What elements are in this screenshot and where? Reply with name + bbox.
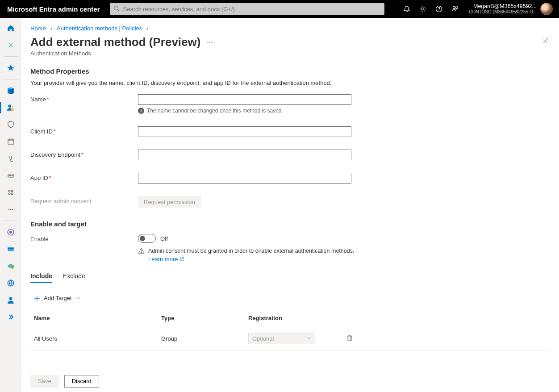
- feedback-icon[interactable]: [447, 0, 463, 18]
- rail-governance[interactable]: [0, 133, 21, 150]
- external-link-icon: [179, 257, 184, 262]
- main-content: Home › Authentication methods | Policies…: [21, 18, 559, 392]
- svg-point-18: [10, 209, 11, 210]
- svg-point-2: [422, 8, 424, 10]
- top-bar: Microsoft Entra admin center MeganB@M365…: [0, 0, 559, 18]
- target-tabs: Include Exclude: [30, 272, 548, 283]
- delete-row-button[interactable]: [346, 336, 353, 343]
- footer-bar: Save Discard: [21, 370, 559, 392]
- app-id-label: App ID*: [30, 173, 138, 181]
- targets-table: Name Type Registration All Users Group O…: [30, 310, 548, 351]
- search-box[interactable]: [110, 3, 384, 15]
- discovery-input[interactable]: [138, 150, 351, 160]
- rail-favorites[interactable]: [0, 59, 21, 76]
- client-id-label: Client ID*: [30, 126, 138, 135]
- rail-identity[interactable]: [0, 82, 21, 99]
- account-menu[interactable]: MeganB@M365x49592... CONTOSO (M365X49592…: [463, 3, 555, 15]
- svg-point-12: [12, 175, 13, 176]
- trash-icon: [346, 334, 353, 342]
- title-more-icon[interactable]: ···: [206, 38, 213, 46]
- rail-protection[interactable]: [0, 116, 21, 133]
- svg-point-16: [11, 193, 13, 195]
- account-user: MeganB@M365x49592...: [469, 3, 537, 9]
- notifications-icon[interactable]: [399, 0, 414, 18]
- account-tenant: CONTOSO (M365X49592255.O...: [469, 9, 537, 15]
- rail-billing[interactable]: [0, 241, 21, 258]
- toggle-state: Off: [160, 235, 168, 242]
- method-properties-desc: Your provider will give you the name, cl…: [30, 79, 548, 86]
- settings-icon[interactable]: [415, 0, 430, 18]
- section-enable-target: Enable and target: [30, 220, 548, 228]
- rail-users[interactable]: [0, 99, 21, 116]
- warning-icon: [138, 247, 145, 254]
- name-input[interactable]: [138, 94, 351, 105]
- table-row: All Users Group Optional: [30, 326, 548, 351]
- chevron-right-icon: ›: [50, 25, 52, 32]
- rail-verification[interactable]: [0, 150, 21, 167]
- learn-more-link[interactable]: Learn more: [148, 256, 184, 263]
- tab-exclude[interactable]: Exclude: [63, 272, 85, 283]
- tab-include[interactable]: Include: [30, 272, 52, 283]
- breadcrumb-home[interactable]: Home: [30, 25, 46, 32]
- save-button[interactable]: Save: [30, 375, 59, 388]
- consent-label: Request admin consent: [30, 196, 138, 204]
- discard-button[interactable]: Discard: [64, 375, 99, 388]
- left-rail: [0, 18, 21, 392]
- svg-point-7: [11, 106, 13, 108]
- svg-point-5: [453, 7, 455, 9]
- rail-person[interactable]: [0, 292, 21, 309]
- col-name: Name: [30, 310, 158, 326]
- plus-icon: [34, 295, 40, 301]
- close-icon[interactable]: [542, 38, 548, 46]
- svg-rect-8: [8, 139, 13, 144]
- rail-diagnose[interactable]: [0, 37, 21, 54]
- rail-permissions[interactable]: [0, 167, 21, 184]
- rail-more[interactable]: [0, 201, 21, 218]
- chevron-right-icon: ›: [146, 25, 148, 32]
- name-hint: i The name cannot be changed once this m…: [138, 108, 351, 114]
- chevron-down-icon: [75, 296, 80, 300]
- rail-hybrid[interactable]: [0, 224, 21, 241]
- search-input[interactable]: [110, 3, 384, 15]
- svg-point-14: [11, 190, 13, 192]
- rail-apps[interactable]: [0, 184, 21, 201]
- info-icon: i: [138, 108, 144, 114]
- breadcrumb: Home › Authentication methods | Policies…: [30, 25, 548, 32]
- chevron-down-icon: [307, 336, 311, 341]
- discovery-label: Discovery Endpoint*: [30, 150, 138, 158]
- app-id-input[interactable]: [138, 173, 351, 183]
- svg-point-4: [439, 10, 439, 11]
- svg-point-13: [8, 190, 10, 192]
- svg-point-24: [11, 266, 14, 269]
- rail-global[interactable]: [0, 275, 21, 292]
- svg-point-28: [141, 252, 142, 253]
- row-type: Group: [158, 326, 245, 351]
- row-name: All Users: [30, 326, 158, 351]
- svg-point-17: [8, 209, 9, 210]
- help-icon[interactable]: [431, 0, 446, 18]
- svg-point-19: [12, 209, 13, 210]
- name-label: Name*: [30, 94, 138, 103]
- consent-warning: Admin consent must be granted in order t…: [138, 247, 354, 254]
- svg-point-10: [9, 175, 10, 176]
- section-method-properties: Method Properties: [30, 67, 548, 75]
- registration-select[interactable]: Optional: [248, 333, 315, 344]
- col-registration: Registration: [245, 310, 343, 326]
- enable-toggle[interactable]: [138, 234, 156, 243]
- add-target-button[interactable]: Add Target: [30, 292, 80, 310]
- svg-point-21: [9, 231, 12, 234]
- svg-point-11: [10, 175, 11, 176]
- brand-title: Microsoft Entra admin center: [7, 5, 100, 13]
- rail-cloud[interactable]: [0, 258, 21, 275]
- client-id-input[interactable]: [138, 126, 351, 137]
- svg-point-6: [8, 104, 11, 108]
- rail-expand[interactable]: [0, 309, 21, 325]
- svg-point-26: [9, 297, 12, 300]
- svg-point-15: [8, 193, 10, 195]
- enable-label: Enable: [30, 234, 138, 242]
- request-permission-button[interactable]: Request permission: [138, 196, 201, 208]
- breadcrumb-auth-methods[interactable]: Authentication methods | Policies: [57, 25, 142, 32]
- svg-rect-23: [8, 248, 14, 249]
- page-subtitle: Authentication Methods: [30, 50, 548, 57]
- rail-home[interactable]: [0, 20, 21, 37]
